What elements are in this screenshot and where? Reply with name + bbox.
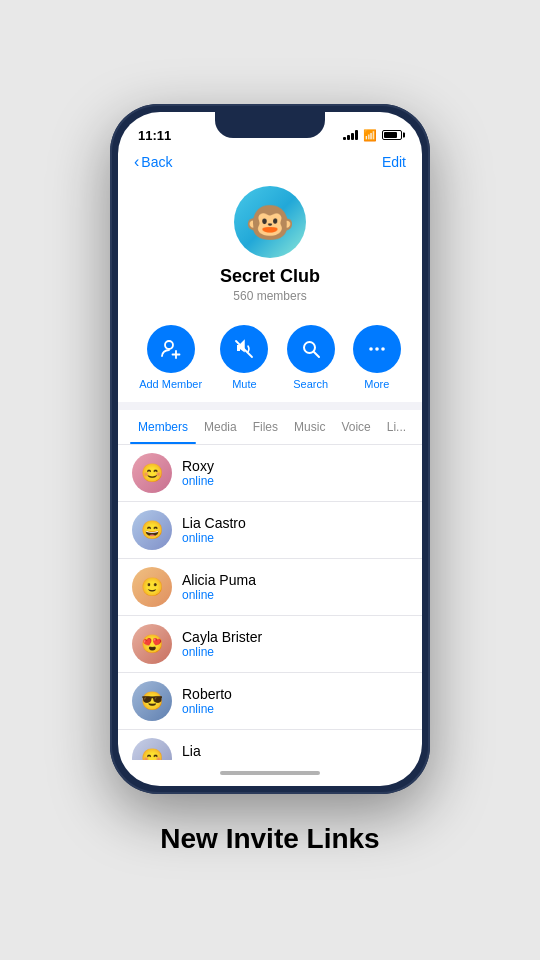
svg-point-9	[381, 347, 385, 351]
list-item[interactable]: 😊 Roxy online	[118, 445, 422, 502]
profile-section: 🐵 Secret Club 560 members	[118, 178, 422, 317]
list-item[interactable]: 😎 Roberto online	[118, 673, 422, 730]
member-status: online	[182, 588, 408, 602]
page-wrapper: 11:11 📶	[0, 0, 540, 960]
list-item[interactable]: 🙂 Alicia Puma online	[118, 559, 422, 616]
member-info: Cayla Brister online	[182, 629, 408, 659]
back-label: Back	[141, 154, 172, 170]
tab-members[interactable]: Members	[130, 410, 196, 444]
edit-button[interactable]: Edit	[382, 154, 406, 170]
member-name: Lia	[182, 743, 408, 759]
group-avatar: 🐵	[234, 186, 306, 258]
avatar: 😍	[132, 624, 172, 664]
wifi-icon: 📶	[363, 129, 377, 142]
status-icons: 📶	[343, 129, 402, 142]
tab-links[interactable]: Li...	[379, 410, 414, 444]
group-avatar-emoji: 🐵	[245, 199, 295, 246]
avatar: 😄	[132, 510, 172, 550]
more-label: More	[364, 378, 389, 390]
members-list: 😊 Roxy online 😄 Lia Castro online	[118, 445, 422, 760]
member-info: Roxy online	[182, 458, 408, 488]
member-name: Alicia Puma	[182, 572, 408, 588]
phone-screen: 11:11 📶	[118, 112, 422, 786]
section-divider	[118, 402, 422, 410]
list-item[interactable]: 😍 Cayla Brister online	[118, 616, 422, 673]
battery-icon	[382, 130, 402, 140]
nav-bar: ‹ Back Edit	[118, 150, 422, 178]
search-label: Search	[293, 378, 328, 390]
group-name: Secret Club	[220, 266, 320, 287]
add-member-label: Add Member	[139, 378, 202, 390]
screen-content: 🐵 Secret Club 560 members	[118, 178, 422, 786]
member-name: Roxy	[182, 458, 408, 474]
tab-music[interactable]: Music	[286, 410, 333, 444]
avatar: 😎	[132, 681, 172, 721]
add-member-icon-circle	[147, 325, 195, 373]
tab-media[interactable]: Media	[196, 410, 245, 444]
member-info: Lia online	[182, 743, 408, 760]
member-info: Lia Castro online	[182, 515, 408, 545]
more-icon-circle	[353, 325, 401, 373]
tab-files[interactable]: Files	[245, 410, 286, 444]
tab-voice[interactable]: Voice	[333, 410, 378, 444]
member-info: Alicia Puma online	[182, 572, 408, 602]
add-member-icon	[160, 338, 182, 360]
member-name: Lia Castro	[182, 515, 408, 531]
svg-point-0	[165, 341, 173, 349]
action-buttons: Add Member Mute	[118, 317, 422, 402]
chevron-left-icon: ‹	[134, 154, 139, 170]
tabs-bar: Members Media Files Music Voice Li...	[118, 410, 422, 445]
more-icon	[366, 338, 388, 360]
avatar: 🙂	[132, 567, 172, 607]
search-icon	[300, 338, 322, 360]
svg-marker-3	[237, 345, 240, 351]
back-button[interactable]: ‹ Back	[134, 154, 172, 170]
mute-label: Mute	[232, 378, 256, 390]
battery-fill	[384, 132, 397, 138]
more-button[interactable]: More	[353, 325, 401, 390]
mute-icon	[233, 338, 255, 360]
member-status: online	[182, 531, 408, 545]
mute-icon-circle	[220, 325, 268, 373]
search-icon-circle	[287, 325, 335, 373]
notch	[215, 112, 325, 138]
signal-bars-icon	[343, 130, 358, 140]
member-count: 560 members	[233, 289, 306, 303]
member-info: Roberto online	[182, 686, 408, 716]
svg-line-6	[314, 352, 319, 357]
bar3	[351, 133, 354, 140]
avatar: 😊	[132, 738, 172, 760]
member-status: online	[182, 702, 408, 716]
svg-point-7	[369, 347, 373, 351]
phone-inner: 11:11 📶	[118, 112, 422, 786]
avatar: 😊	[132, 453, 172, 493]
search-button[interactable]: Search	[287, 325, 335, 390]
status-time: 11:11	[138, 128, 171, 143]
svg-point-8	[375, 347, 379, 351]
phone-frame: 11:11 📶	[110, 104, 430, 794]
member-name: Cayla Brister	[182, 629, 408, 645]
list-item[interactable]: 😄 Lia Castro online	[118, 502, 422, 559]
page-title: New Invite Links	[160, 822, 379, 856]
member-status: online	[182, 474, 408, 488]
bar2	[347, 135, 350, 140]
home-indicator	[118, 760, 422, 786]
bar4	[355, 130, 358, 140]
member-status: online	[182, 645, 408, 659]
bar1	[343, 137, 346, 140]
mute-button[interactable]: Mute	[220, 325, 268, 390]
home-bar	[220, 771, 320, 775]
add-member-button[interactable]: Add Member	[139, 325, 202, 390]
list-item[interactable]: 😊 Lia online	[118, 730, 422, 760]
member-name: Roberto	[182, 686, 408, 702]
